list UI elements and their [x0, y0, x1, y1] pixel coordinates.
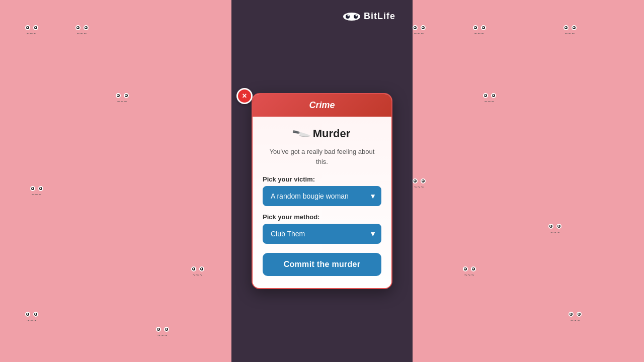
close-button[interactable]: ×	[236, 88, 253, 104]
face-decoration: ~~~	[473, 25, 486, 37]
modal-header-title: Crime	[309, 100, 335, 110]
modal-body: 🔪 Murder You've got a really bad feeling…	[253, 117, 391, 288]
bitlife-logo: BitLife	[343, 11, 395, 22]
face-decoration: ~~~	[569, 312, 582, 323]
logo-text: BitLife	[364, 11, 395, 22]
face-decoration: ~~~	[564, 25, 577, 37]
face-decoration: ~~~	[413, 178, 426, 190]
commit-murder-button[interactable]: Commit the murder	[263, 253, 381, 276]
method-label: Pick your method:	[263, 213, 381, 221]
knife-icon: 🔪	[291, 124, 311, 143]
modal-wrapper: × Crime 🔪 Murder You've got a really bad…	[231, 93, 413, 289]
modal-subtitle: You've got a really bad feeling about th…	[263, 147, 381, 166]
face-decoration: ~~~	[30, 186, 43, 198]
face-decoration: ~~~	[75, 25, 89, 37]
face-decoration: ~~~	[156, 327, 169, 338]
face-decoration: ~~~	[25, 312, 38, 323]
face-decoration: ~~~	[191, 266, 204, 278]
face-decoration: ~~~	[483, 93, 496, 105]
face-decoration: ~~~	[25, 25, 38, 37]
victim-dropdown[interactable]: A random bougie woman	[263, 186, 381, 206]
svg-point-3	[348, 15, 349, 16]
victim-dropdown-wrapper: A random bougie woman ▼	[263, 186, 381, 206]
modal-header: Crime	[253, 94, 391, 117]
face-decoration: ~~~	[463, 266, 476, 278]
svg-point-4	[356, 15, 357, 16]
modal-title: Murder	[313, 127, 351, 140]
victim-label: Pick your victim:	[263, 175, 381, 183]
method-dropdown[interactable]: Club Them	[263, 224, 381, 244]
face-decoration: ~~~	[548, 224, 561, 235]
face-decoration: ~~~	[413, 25, 426, 37]
modal-title-area: 🔪 Murder	[263, 127, 381, 141]
method-dropdown-wrapper: Club Them ▼	[263, 224, 381, 244]
murder-modal: Crime 🔪 Murder You've got a really bad f…	[252, 93, 392, 289]
face-decoration: ~~~	[116, 93, 129, 105]
